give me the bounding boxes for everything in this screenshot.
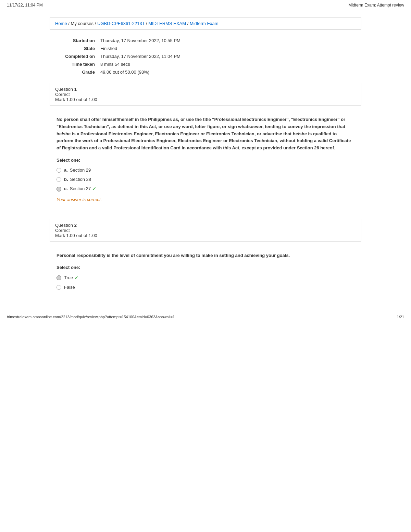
started-on-label: Started on bbox=[50, 37, 98, 45]
breadcrumb-sep-4: / bbox=[187, 21, 190, 26]
state-label: State bbox=[50, 45, 98, 52]
footer-url: trimestralexam.amasonline.com/2213/mod/q… bbox=[7, 315, 175, 319]
radio-2-false bbox=[57, 285, 61, 290]
option-1b-text: Section 28 bbox=[70, 176, 91, 183]
question-2-text: Personal responsibility is the level of … bbox=[57, 252, 354, 259]
header-title: Midterm Exam: Attempt review bbox=[348, 3, 404, 8]
breadcrumb-mycourses: My courses bbox=[71, 21, 94, 26]
question-1-text: No person shall offer himself/herself in… bbox=[57, 116, 354, 152]
started-on-value: Thursday, 17 November 2022, 10:55 PM bbox=[98, 37, 361, 45]
footer-page: 1/21 bbox=[397, 315, 404, 319]
breadcrumb-home[interactable]: Home bbox=[55, 21, 67, 26]
radio-1a bbox=[57, 168, 61, 173]
time-taken-value: 8 mins 54 secs bbox=[98, 60, 361, 68]
option-2-false: False bbox=[57, 284, 354, 291]
page-footer: trimestralexam.amasonline.com/2213/mod/q… bbox=[0, 312, 411, 322]
option-1a-text: Section 29 bbox=[70, 167, 91, 174]
breadcrumb-sep-2: / bbox=[95, 21, 97, 26]
breadcrumb-sep-1: / bbox=[68, 21, 71, 26]
option-1a: a. Section 29 bbox=[57, 167, 354, 174]
question-1-feedback: Your answer is correct. bbox=[57, 196, 354, 203]
option-2-false-text: False bbox=[64, 284, 75, 291]
header-timestamp: 11/17/22, 11:04 PM bbox=[7, 3, 43, 8]
info-row-started: Started on Thursday, 17 November 2022, 1… bbox=[50, 37, 361, 45]
option-1b-key: b. bbox=[64, 176, 68, 183]
question-1-box: Question 1 Correct Mark 1.00 out of 1.00 bbox=[50, 83, 361, 106]
breadcrumb-course[interactable]: UGBD-CPE6361-2213T bbox=[97, 21, 145, 26]
completed-on-label: Completed on bbox=[50, 52, 98, 60]
question-1-options: a. Section 29 b. Section 28 c. Section 2… bbox=[57, 167, 354, 193]
question-2-box: Question 2 Correct Mark 1.00 out of 1.00 bbox=[50, 219, 361, 242]
correct-checkmark-2-true: ✔ bbox=[74, 274, 78, 282]
question-1-section: Question 1 Correct Mark 1.00 out of 1.00… bbox=[50, 83, 361, 209]
radio-2-true bbox=[57, 275, 61, 280]
info-row-grade: Grade 49.00 out of 50.00 (98%) bbox=[50, 68, 361, 76]
page-header: 11/17/22, 11:04 PM Midterm Exam: Attempt… bbox=[0, 0, 411, 10]
question-1-mark: Mark 1.00 out of 1.00 bbox=[55, 97, 356, 102]
radio-1c bbox=[57, 187, 61, 191]
option-1a-key: a. bbox=[64, 167, 68, 174]
question-2-status: Correct bbox=[55, 228, 356, 233]
breadcrumb-midterm-exam[interactable]: Midterm Exam bbox=[190, 21, 219, 26]
question-2-section: Question 2 Correct Mark 1.00 out of 1.00… bbox=[50, 219, 361, 298]
option-2-true: True ✔ bbox=[57, 274, 354, 282]
question-2-select-label: Select one: bbox=[57, 264, 354, 271]
question-2-number: Question 2 bbox=[55, 223, 356, 228]
info-row-completed: Completed on Thursday, 17 November 2022,… bbox=[50, 52, 361, 60]
info-row-time: Time taken 8 mins 54 secs bbox=[50, 60, 361, 68]
option-1c-key: c. bbox=[64, 185, 68, 193]
question-1-status: Correct bbox=[55, 92, 356, 97]
grade-value: 49.00 out of 50.00 (98%) bbox=[98, 68, 361, 76]
question-1-select-label: Select one: bbox=[57, 157, 354, 164]
breadcrumb: Home / My courses / UGBD-CPE6361-2213T /… bbox=[50, 17, 361, 30]
option-1c-text: Section 27 bbox=[70, 185, 91, 193]
attempt-info-table: Started on Thursday, 17 November 2022, 1… bbox=[50, 37, 361, 76]
question-1-content: No person shall offer himself/herself in… bbox=[50, 111, 361, 209]
info-row-state: State Finished bbox=[50, 45, 361, 52]
option-2-true-text: True bbox=[64, 274, 73, 282]
time-taken-label: Time taken bbox=[50, 60, 98, 68]
grade-label: Grade bbox=[50, 68, 98, 76]
breadcrumb-midterms[interactable]: MIDTERMS EXAM bbox=[148, 21, 186, 26]
main-content: Home / My courses / UGBD-CPE6361-2213T /… bbox=[43, 17, 368, 298]
question-1-number: Question 1 bbox=[55, 87, 356, 92]
completed-on-value: Thursday, 17 November 2022, 11:04 PM bbox=[98, 52, 361, 60]
question-2-mark: Mark 1.00 out of 1.00 bbox=[55, 233, 356, 238]
option-1b: b. Section 28 bbox=[57, 176, 354, 183]
correct-checkmark-1c: ✔ bbox=[92, 185, 96, 193]
question-2-options: True ✔ False bbox=[57, 274, 354, 291]
radio-1b bbox=[57, 177, 61, 182]
state-value: Finished bbox=[98, 45, 361, 52]
option-1c: c. Section 27 ✔ bbox=[57, 185, 354, 193]
question-2-content: Personal responsibility is the level of … bbox=[50, 247, 361, 298]
